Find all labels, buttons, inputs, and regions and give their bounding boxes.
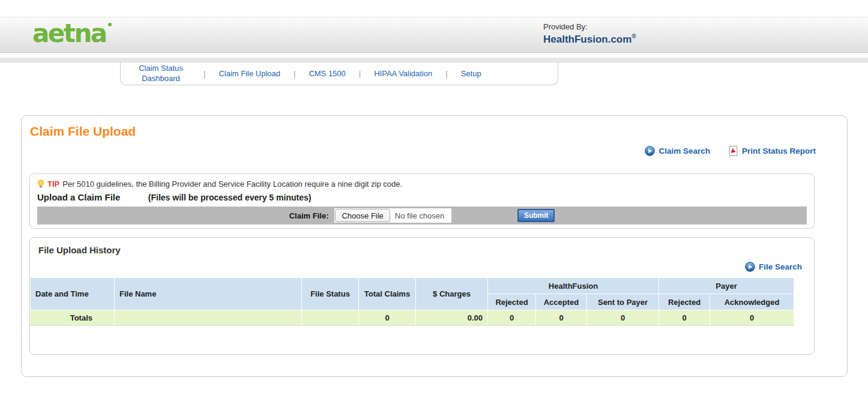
tip-label: TIP xyxy=(47,179,59,188)
tip-text: Per 5010 guidelines, the Billing Provide… xyxy=(62,179,402,188)
totals-hf-sent-to-payer: 0 xyxy=(587,310,659,326)
file-search-link[interactable]: File Search xyxy=(745,262,802,272)
pdf-icon xyxy=(728,146,738,156)
upload-bar: Claim File: Choose File No file chosen S… xyxy=(37,207,807,225)
claim-search-link[interactable]: Claim Search xyxy=(645,146,710,156)
col-hf-rejected: Rejected xyxy=(488,294,536,310)
totals-hf-accepted: 0 xyxy=(536,310,587,326)
nav-divider: | xyxy=(445,69,447,78)
provided-by-block: Provided By: HealthFusion.com® xyxy=(543,22,636,46)
nav-claim-status-dashboard[interactable]: Claim Status Dashboard xyxy=(131,64,190,84)
totals-empty-file-name xyxy=(115,310,302,326)
col-payer-acknowledged: Acknowledged xyxy=(710,294,794,310)
file-search-label: File Search xyxy=(759,262,802,271)
claim-file-input[interactable]: Choose File No file chosen xyxy=(334,208,451,223)
nav-cms-1500[interactable]: CMS 1500 xyxy=(309,69,345,78)
nav-divider: | xyxy=(203,69,205,78)
col-charges: $ Charges xyxy=(416,278,488,310)
totals-hf-rejected: 0 xyxy=(488,310,536,326)
print-status-report-label: Print Status Report xyxy=(742,146,816,155)
main-nav: Claim Status Dashboard | Claim File Uplo… xyxy=(120,62,558,85)
col-hf-accepted: Accepted xyxy=(536,294,587,310)
header-substrip xyxy=(0,58,868,62)
tip-line: TIP Per 5010 guidelines, the Billing Pro… xyxy=(37,179,814,188)
col-file-name: File Name xyxy=(115,278,302,310)
upload-heading-line: Upload a Claim File (Files will be proce… xyxy=(37,192,814,203)
col-file-status: File Status xyxy=(302,278,359,310)
col-total-claims: Total Claims xyxy=(359,278,416,310)
nav-divider: | xyxy=(294,69,295,78)
claim-file-label: Claim File: xyxy=(289,211,329,220)
content-panel: Claim File Upload Claim Search Print Sta… xyxy=(21,115,848,377)
page-title: Claim File Upload xyxy=(30,124,136,139)
col-group-payer: Payer xyxy=(659,278,794,294)
nav-claim-file-upload[interactable]: Claim File Upload xyxy=(219,69,280,78)
nav-hipaa-validation[interactable]: HIPAA Validation xyxy=(374,69,432,78)
play-circle-icon xyxy=(645,146,655,156)
healthfusion-brand-text: HealthFusion.com xyxy=(543,34,631,45)
totals-label: Totals xyxy=(31,310,115,326)
upload-title: Upload a Claim File xyxy=(37,192,120,202)
totals-row: Totals 0 0.00 0 0 0 0 0 xyxy=(31,310,794,326)
col-hf-sent-to-payer: Sent to Payer xyxy=(587,294,659,310)
totals-charges: 0.00 xyxy=(416,310,488,326)
healthfusion-brand: HealthFusion.com® xyxy=(543,33,636,46)
col-group-healthfusion: HealthFusion xyxy=(488,278,659,294)
totals-payer-rejected: 0 xyxy=(659,310,710,326)
print-status-report-link[interactable]: Print Status Report xyxy=(728,146,816,156)
totals-total-claims: 0 xyxy=(359,310,416,326)
page-action-links: Claim Search Print Status Report xyxy=(645,146,816,156)
nav-setup[interactable]: Setup xyxy=(461,69,481,78)
claim-search-label: Claim Search xyxy=(659,146,710,155)
header-band: aetna Provided By: HealthFusion.com® xyxy=(0,17,868,53)
history-table: Date and Time File Name File Status Tota… xyxy=(30,277,794,326)
nav-divider: | xyxy=(359,69,361,78)
file-upload-history-section: File Upload History File Search Date and… xyxy=(29,237,815,355)
aetna-logo-text: aetna xyxy=(32,19,106,48)
no-file-chosen-text: No file chosen xyxy=(395,211,444,220)
upload-section: TIP Per 5010 guidelines, the Billing Pro… xyxy=(29,173,815,229)
registered-mark: ® xyxy=(631,33,636,40)
totals-payer-acknowledged: 0 xyxy=(710,310,794,326)
logo-trademark-dot xyxy=(108,23,112,26)
upload-note: (Files will be processed every 5 minutes… xyxy=(148,193,312,202)
aetna-logo: aetna xyxy=(32,21,112,46)
choose-file-button[interactable]: Choose File xyxy=(335,209,390,222)
col-date-time: Date and Time xyxy=(31,278,115,310)
submit-button[interactable]: Submit xyxy=(517,209,555,222)
lightbulb-icon xyxy=(37,179,44,188)
history-title: File Upload History xyxy=(38,245,121,255)
totals-empty-file-status xyxy=(302,310,359,326)
play-circle-icon xyxy=(745,262,755,272)
provided-by-label: Provided By: xyxy=(543,22,636,31)
col-payer-rejected: Rejected xyxy=(659,294,710,310)
